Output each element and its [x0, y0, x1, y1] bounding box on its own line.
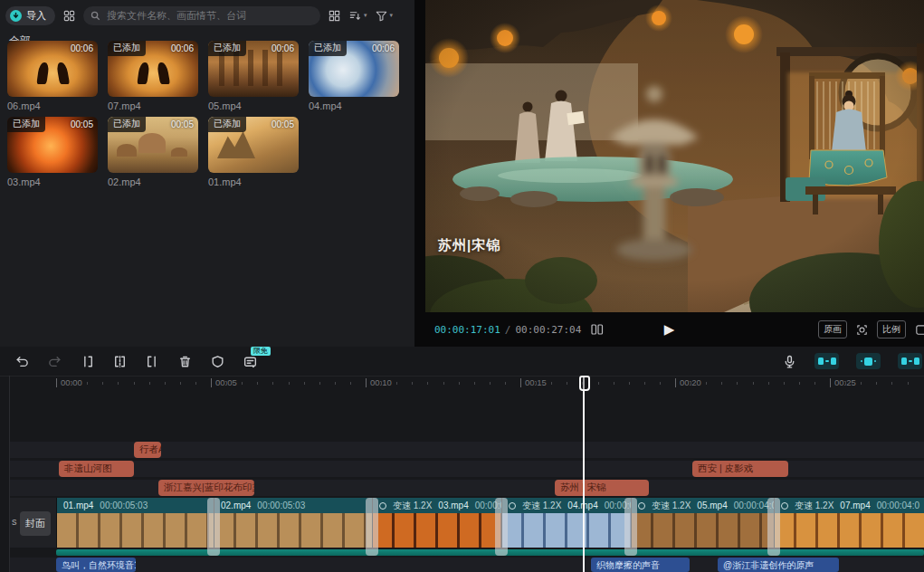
- import-button[interactable]: 导入: [5, 6, 55, 25]
- transition-handle[interactable]: [624, 498, 637, 556]
- media-item[interactable]: 00:0606.mp4: [7, 41, 98, 111]
- fit-screen-icon[interactable]: [855, 323, 869, 337]
- ruler-label: 00:25: [830, 378, 856, 387]
- filter-icon[interactable]: ▾: [375, 9, 394, 23]
- media-thumbnail[interactable]: 已添加00:05: [208, 117, 299, 173]
- ruler-tick: [102, 382, 103, 385]
- media-thumbnail[interactable]: 已添加00:05: [7, 117, 98, 173]
- playhead[interactable]: [583, 376, 585, 572]
- media-item[interactable]: 已添加00:0502.mp4: [108, 117, 198, 187]
- timeline-ruler[interactable]: 00:0000:0500:1000:1500:2000:25: [0, 376, 924, 391]
- ruler-tick: [784, 382, 785, 385]
- text-clip[interactable]: 行者A: [134, 442, 161, 458]
- text-clip[interactable]: 浙江嘉兴|蓝印花布印染技艺: [158, 480, 254, 496]
- media-grid: 00:0606.mp4已添加00:0607.mp4已添加00:0605.mp4已…: [7, 41, 411, 193]
- record-audio-icon[interactable]: [782, 354, 797, 369]
- delete-icon[interactable]: [177, 354, 193, 369]
- media-topbar: 导入 ▾ ▾: [0, 0, 414, 27]
- audio-clip[interactable]: 织物摩擦的声音: [591, 558, 690, 572]
- preview-frame-art: [425, 0, 924, 312]
- ruler-tick: [71, 382, 72, 385]
- video-clip[interactable]: 变速 1.2X05.mp400:00:04:0: [631, 498, 774, 548]
- timeline-body[interactable]: 00:0000:0500:1000:1500:2000:25 s 封面 行者A非…: [0, 376, 924, 572]
- smart-captions-icon[interactable]: 限免: [243, 354, 258, 369]
- ruler-tick: [427, 382, 428, 385]
- preview-video: 苏州|宋锦: [425, 0, 924, 312]
- current-time: 00:00:17:01: [434, 324, 500, 336]
- text-clip[interactable]: 非遗山河图: [59, 461, 134, 477]
- media-item[interactable]: 已添加00:0604.mp4: [309, 41, 399, 111]
- frames-view-icon[interactable]: [590, 323, 605, 336]
- redo-icon[interactable]: [47, 354, 62, 369]
- preview-right-controls: 原画 比例: [818, 320, 919, 338]
- media-thumbnail[interactable]: 已添加00:06: [108, 41, 198, 97]
- mask-shield-icon[interactable]: [210, 354, 225, 369]
- trim-left-icon[interactable]: [80, 354, 95, 369]
- clip-filmstrip: [775, 513, 924, 548]
- ruler-tick: [396, 382, 397, 385]
- play-button[interactable]: ▶: [664, 321, 675, 338]
- clip-filmstrip: [373, 513, 501, 548]
- fullscreen-icon[interactable]: [914, 323, 924, 337]
- transition-handle[interactable]: [495, 498, 508, 556]
- link-toggle[interactable]: [856, 353, 881, 369]
- ruler-label: 00:00: [56, 378, 82, 387]
- magnet-toggle[interactable]: [814, 353, 839, 369]
- video-clip[interactable]: 变速 1.2X07.mp400:00:04:0: [774, 498, 924, 548]
- text-clip[interactable]: 苏州 | 宋锦: [555, 480, 649, 496]
- cover-button[interactable]: 封面: [20, 511, 51, 536]
- transition-handle[interactable]: [366, 498, 378, 556]
- video-clip[interactable]: 变速 1.2X03.mp400:00:04:0: [372, 498, 501, 548]
- text-track-row: [9, 480, 924, 496]
- media-thumbnail[interactable]: 已添加00:06: [208, 41, 299, 97]
- sort-icon[interactable]: ▾: [348, 9, 367, 23]
- video-clip[interactable]: 01.mp400:00:05:03: [56, 498, 214, 548]
- search-bar[interactable]: [83, 6, 320, 25]
- split-icon[interactable]: [112, 354, 128, 369]
- media-item[interactable]: 已添加00:0501.mp4: [208, 117, 299, 187]
- ruler-tick: [335, 382, 336, 385]
- audio-clip[interactable]: @浙江非遗创作的原声: [718, 558, 839, 572]
- view-grid-icon[interactable]: [328, 9, 341, 23]
- quality-button[interactable]: 原画: [818, 320, 847, 338]
- ruler-tick: [381, 382, 382, 385]
- transition-handle[interactable]: [767, 498, 780, 556]
- ruler-tick: [614, 382, 614, 385]
- text-clip[interactable]: 西安 | 皮影戏: [692, 461, 788, 477]
- video-clip-header: 变速 1.2X03.mp400:00:04:0: [373, 498, 501, 513]
- timecode: 00:00:17:01/00:00:27:04: [434, 324, 581, 336]
- media-item[interactable]: 已添加00:0607.mp4: [108, 41, 198, 111]
- playhead-handle[interactable]: [579, 376, 590, 391]
- ratio-button[interactable]: 比例: [877, 320, 906, 338]
- media-thumbnail[interactable]: 已添加00:05: [108, 117, 198, 173]
- media-thumbnail[interactable]: 00:06: [7, 41, 98, 97]
- music-track-strip[interactable]: [56, 549, 924, 556]
- media-name: 05.mp4: [208, 100, 299, 111]
- undo-icon[interactable]: [14, 354, 30, 369]
- ruler-tick: [304, 382, 305, 385]
- clip-name: 01.mp4: [63, 500, 93, 510]
- trim-right-icon[interactable]: [145, 354, 160, 369]
- ruler-label: 00:10: [366, 378, 392, 387]
- media-duration: 00:06: [271, 43, 294, 53]
- clip-duration: 00:00:04:0: [877, 500, 919, 510]
- preview-axis-toggle[interactable]: [898, 353, 922, 369]
- media-thumbnail[interactable]: 已添加00:06: [309, 41, 399, 97]
- media-duration: 00:06: [71, 43, 93, 53]
- video-editor-app: 导入 ▾ ▾ 全部 00:0606.mp4已添加00:0607.mp4已添加00: [0, 0, 924, 572]
- clip-name: 07.mp4: [840, 500, 870, 510]
- ruler-tick: [644, 382, 645, 385]
- ruler-tick: [490, 382, 491, 385]
- search-input[interactable]: [105, 9, 313, 22]
- media-duration: 00:06: [171, 43, 194, 53]
- media-item[interactable]: 已添加00:0605.mp4: [208, 41, 299, 111]
- video-clip[interactable]: 02.mp400:00:05:03: [214, 498, 372, 548]
- video-clip[interactable]: 变速 1.2X04.mp400:00:04:0: [501, 498, 631, 548]
- material-grid-icon[interactable]: [62, 9, 76, 23]
- media-duration: 00:05: [171, 119, 194, 129]
- audio-clip[interactable]: 鸟叫，自然环境音1: [56, 558, 136, 572]
- ruler-tick: [118, 382, 119, 385]
- transition-handle[interactable]: [207, 498, 220, 556]
- media-item[interactable]: 已添加00:0503.mp4: [7, 117, 98, 187]
- chevron-down-icon: ▾: [390, 12, 394, 19]
